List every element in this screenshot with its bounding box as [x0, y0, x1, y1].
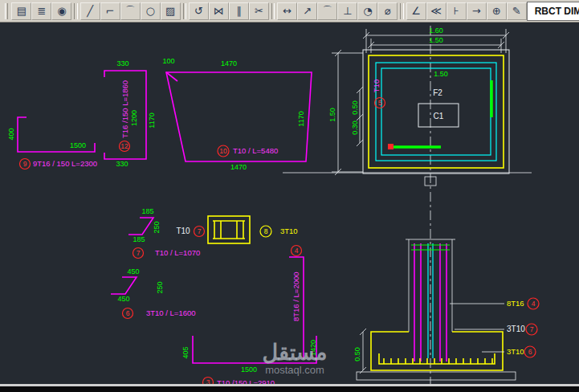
bar-spec: 3T10 / L=1600: [146, 308, 196, 317]
continue-dimension-icon[interactable]: →: [467, 2, 487, 20]
mark-number: 6: [528, 348, 532, 356]
dim-450-top: 450: [127, 267, 139, 276]
dimension-style-icon[interactable]: ✎: [507, 2, 527, 20]
angular-dimension-icon[interactable]: ∠: [406, 2, 426, 20]
mark-number: 10: [219, 147, 227, 155]
dim-405: 405: [181, 346, 190, 358]
dim-400: 400: [7, 128, 15, 140]
label-top-steel: 3T10: [507, 325, 525, 333]
trim-icon[interactable]: ✂: [249, 2, 269, 20]
toolbar-separator: [183, 3, 186, 19]
rbct-dim-label: RBCT DIM: [535, 6, 579, 17]
mark-number: 7: [530, 325, 534, 333]
circle-icon[interactable]: ○: [141, 2, 161, 20]
dim-1500: 1500: [241, 365, 257, 374]
polyline-icon[interactable]: ⌐: [100, 2, 120, 20]
linear-dimension-icon[interactable]: ↔: [277, 2, 297, 20]
ordinate-dimension-icon[interactable]: ⊥: [337, 2, 357, 20]
bar-spec: T10 / L=1070: [155, 248, 200, 257]
plan-inner-dim: 1.50: [434, 70, 448, 78]
dim-depth: 0.50: [353, 347, 361, 361]
bar-spec: T10 / L=5480: [233, 146, 278, 155]
arc-length-dimension-icon[interactable]: ⌒: [317, 2, 337, 20]
dim-1420: 1420: [309, 340, 317, 356]
drawing-canvas[interactable]: F2 C1 1.50 T10 5 1.60 1.50 1.50 0.50: [0, 0, 579, 392]
label-u-bar: 3T10: [507, 347, 524, 356]
radius-dimension-icon[interactable]: ◔: [357, 2, 377, 20]
dim-330-top: 330: [116, 59, 128, 67]
dim-1470-top: 1470: [221, 59, 237, 67]
mark-number: 8: [264, 227, 268, 235]
dim-1170-left: 1170: [148, 112, 156, 128]
label-bottom-main: 8T16: [507, 299, 524, 308]
center-mark-icon[interactable]: ⊕: [487, 2, 507, 20]
dim-1500: 1500: [70, 141, 86, 149]
dim-1170: 1170: [297, 111, 305, 126]
rotate-icon[interactable]: ↺: [189, 2, 209, 20]
toolbar: ▤ ≣ ◉ ╱ ⌐ ⌒ ○ ▨ ↺ ⋈ ∥ ✂ ↔ ↗ ⌒ ⊥ ◔ ⌀ ∠ ≪ …: [0, 0, 579, 22]
offset-icon[interactable]: ∥: [229, 2, 249, 20]
quick-dimension-icon[interactable]: ≪: [426, 2, 446, 20]
dim-330-bot: 330: [116, 160, 128, 168]
mark-number: 7: [198, 227, 202, 235]
dim-width-inner: 1.50: [429, 36, 443, 44]
stirrup-count: 3T10: [280, 227, 298, 235]
mark-number: 6: [126, 309, 130, 317]
dim-250: 250: [156, 281, 164, 293]
footing-label: F2: [433, 88, 442, 97]
dim-1470-bot: 1470: [230, 163, 247, 171]
diameter-dimension-icon[interactable]: ⌀: [377, 2, 398, 20]
mark-number: 4: [532, 300, 536, 308]
dim-185-bot: 185: [133, 235, 145, 243]
mark-number: 4: [295, 247, 299, 255]
bar-spec: 9T16 / 150 L=2300: [33, 159, 97, 168]
dim-185-top: 185: [141, 207, 153, 215]
toolbar-separator: [400, 3, 403, 19]
dim-250: 250: [153, 221, 161, 233]
toolbar-separator: [74, 3, 77, 19]
mark-number: 7: [137, 249, 141, 257]
baseline-dimension-icon[interactable]: ⊦: [446, 2, 467, 20]
column-label: C1: [434, 112, 444, 120]
line-icon[interactable]: ╱: [80, 2, 100, 20]
layer-properties-icon[interactable]: ≣: [31, 2, 51, 20]
dim-height: 1.50: [328, 108, 336, 122]
bar-spec: T16 /150 L=1860: [120, 80, 129, 138]
cad-application-window: ▤ ≣ ◉ ╱ ⌐ ⌒ ○ ▨ ↺ ⋈ ∥ ✂ ↔ ↗ ⌒ ⊥ ◔ ⌀ ∠ ≪ …: [0, 0, 579, 392]
toolbar-grip[interactable]: [5, 3, 8, 19]
bar-spec: 8T16 / L=2000: [292, 272, 300, 321]
aligned-dimension-icon[interactable]: ↗: [297, 2, 317, 20]
arc-icon[interactable]: ⌒: [120, 2, 141, 20]
layers-icon[interactable]: ▤: [11, 2, 31, 20]
dim-450-bot: 450: [117, 295, 129, 303]
mirror-icon[interactable]: ⋈: [209, 2, 229, 20]
dim-1200: 1200: [130, 110, 138, 126]
plan-bar-note: T10: [372, 80, 381, 92]
mark-number: 12: [120, 142, 128, 150]
statusbar: [0, 386, 579, 392]
dim-pad-b: 0.30: [351, 120, 359, 135]
dim-pad-a: 0.50: [351, 100, 359, 115]
mark-number: 9: [23, 160, 27, 168]
plan-mark-number: 5: [378, 99, 382, 107]
make-object-layer-current-icon[interactable]: ◉: [51, 2, 71, 20]
rbct-dim-panel[interactable]: RBCT DIM: [527, 2, 579, 21]
toolbar-separator: [271, 3, 275, 19]
dim-width-outer: 1.60: [429, 27, 443, 35]
hatch-icon[interactable]: ▨: [161, 2, 181, 20]
stirrup-note: T10: [176, 227, 190, 235]
dim-100: 100: [162, 57, 174, 65]
